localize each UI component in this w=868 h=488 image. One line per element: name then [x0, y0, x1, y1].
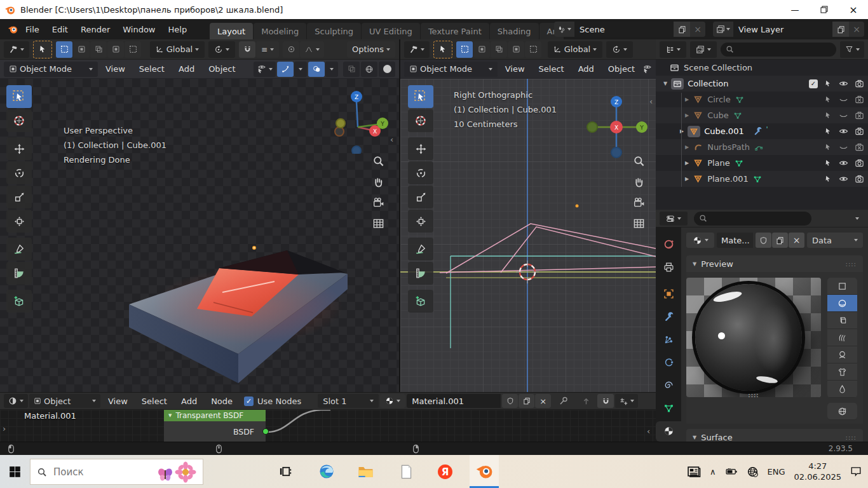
pan-hand-icon[interactable]: [372, 176, 384, 188]
transparent-bsdf-node[interactable]: ▼ Transparent BSDF BSDF: [164, 410, 266, 442]
selectable-icon[interactable]: [824, 159, 832, 167]
fake-user-button[interactable]: [756, 233, 771, 248]
snap-toggle-shader[interactable]: [597, 394, 614, 408]
node-menu-view[interactable]: View: [102, 396, 134, 406]
tool-cursor-right[interactable]: [408, 109, 433, 132]
preview-flat-button[interactable]: [827, 278, 857, 295]
select-mode-subtract-right[interactable]: [491, 41, 507, 58]
outliner-row-collection[interactable]: ▼ Collection ✓: [656, 76, 868, 92]
camera-disabled-icon[interactable]: [855, 111, 864, 120]
selectable-icon[interactable]: [824, 95, 832, 104]
outliner-row-plane001[interactable]: ▶ Plane.001: [656, 171, 868, 187]
tool-add-cube[interactable]: [6, 290, 32, 313]
tool-annotate-right[interactable]: [408, 238, 433, 261]
eye-icon[interactable]: [839, 158, 848, 168]
outliner-row-cube[interactable]: ▶ Cube: [656, 107, 868, 123]
tab-modeling[interactable]: Modeling: [254, 23, 306, 39]
hidden-icons-chevron[interactable]: ∧: [710, 467, 716, 477]
eye-closed-icon[interactable]: [839, 111, 848, 120]
select-mode-subtract[interactable]: [90, 41, 107, 58]
view-layer-name[interactable]: View Layer: [733, 22, 832, 37]
menu-object-right[interactable]: Object: [602, 64, 641, 74]
scene-name[interactable]: Scene: [574, 22, 674, 37]
tool-cursor[interactable]: [6, 109, 32, 132]
mode-dropdown[interactable]: Object Mode: [4, 62, 98, 77]
eye-icon[interactable]: [839, 174, 848, 184]
tab-uv-editing[interactable]: UV Editing: [362, 23, 420, 39]
menu-add-right[interactable]: Add: [572, 64, 600, 74]
eye-closed-icon[interactable]: [839, 142, 848, 152]
expand-icon[interactable]: ▶: [685, 112, 689, 118]
show-object-types-dropdown[interactable]: [254, 62, 276, 77]
camera-disabled-icon[interactable]: [855, 95, 864, 104]
tab-sculpting[interactable]: Sculpting: [307, 23, 361, 39]
viewport-canvas-left[interactable]: User Perspective (1) Collection | Cube.0…: [0, 79, 399, 392]
copy-material-button-shader[interactable]: [519, 394, 534, 408]
material-browse-dropdown-shader[interactable]: [380, 394, 405, 408]
expand-icon[interactable]: ▶: [685, 176, 689, 182]
news-widgets-icon[interactable]: [687, 464, 701, 478]
menu-render[interactable]: Render: [74, 25, 116, 34]
tool-scale-right[interactable]: [408, 186, 433, 208]
select-mode-intersect-right[interactable]: [525, 41, 541, 58]
expand-icon[interactable]: ▶: [685, 160, 689, 166]
expand-icon[interactable]: ▶: [680, 128, 684, 134]
snap-settings-dropdown[interactable]: ≡: [256, 41, 279, 58]
task-view-button[interactable]: [271, 455, 300, 488]
expand-icon[interactable]: ▼: [663, 81, 667, 86]
view-layer-remove-button[interactable]: ×: [849, 22, 864, 37]
tab-physics-properties[interactable]: [656, 353, 681, 373]
menu-help[interactable]: Help: [162, 25, 194, 34]
sidebar-toggle-left[interactable]: ‹: [390, 135, 393, 144]
tab-shading[interactable]: Shading: [490, 23, 539, 39]
properties-options-dropdown[interactable]: [855, 217, 859, 220]
tab-data-properties[interactable]: [656, 398, 681, 419]
battery-icon[interactable]: [725, 466, 738, 477]
tool-select-box-right[interactable]: [408, 85, 433, 108]
fake-user-button-shader[interactable]: [502, 394, 518, 408]
unlink-material-button-shader[interactable]: ×: [535, 394, 551, 408]
active-tool-dropdown-right[interactable]: [404, 41, 430, 58]
scene-unlink-button[interactable]: ×: [690, 22, 705, 37]
outliner-display-mode-dropdown[interactable]: [660, 41, 686, 58]
language-indicator[interactable]: ENG: [768, 467, 785, 477]
tool-measure-right[interactable]: [408, 262, 433, 285]
tab-texture-paint[interactable]: Texture Paint: [421, 23, 489, 39]
node-header[interactable]: ▼ Transparent BSDF: [164, 410, 266, 421]
menu-add[interactable]: Add: [172, 64, 201, 74]
minimize-button[interactable]: —: [780, 0, 810, 19]
pan-hand-icon-right[interactable]: [633, 176, 645, 188]
snap-target-dropdown-shader[interactable]: [615, 394, 638, 408]
outliner-row-plane[interactable]: ▶ Plane: [656, 155, 868, 171]
use-nodes-checkbox[interactable]: ✓ Use Nodes: [244, 396, 301, 406]
menu-object[interactable]: Object: [202, 64, 241, 74]
view-layer-selector[interactable]: View Layer ×: [713, 22, 864, 37]
menu-file[interactable]: File: [19, 25, 46, 34]
zoom-icon[interactable]: [372, 155, 384, 167]
select-mode-invert-right[interactable]: [508, 41, 524, 58]
snap-toggle[interactable]: [239, 41, 255, 58]
shader-editor-type-dropdown[interactable]: [4, 394, 28, 408]
transform-orientation-dropdown[interactable]: Global: [150, 41, 205, 58]
outliner-row-circle[interactable]: ▶ Circle: [656, 92, 868, 107]
start-button[interactable]: [0, 455, 29, 488]
clock[interactable]: 4:27 02.06.2025: [794, 461, 841, 482]
active-tool-select-box[interactable]: [33, 41, 52, 58]
camera-icon[interactable]: [855, 158, 864, 168]
shader-node-canvas[interactable]: Material.001 › ‹ ▼ Transparent BSDF BSDF: [0, 410, 656, 442]
active-tool-select-box-right[interactable]: [433, 41, 452, 58]
active-tool-dropdown[interactable]: [4, 41, 29, 58]
preview-sphere-button[interactable]: [827, 295, 857, 312]
pin-icon[interactable]: [559, 396, 569, 406]
view-layer-new-copy-button[interactable]: [832, 22, 849, 37]
data-dropdown[interactable]: Data: [807, 233, 863, 248]
zoom-icon-right[interactable]: [633, 155, 645, 167]
tool-rotate-right[interactable]: [408, 161, 433, 184]
tab-particle-properties[interactable]: [656, 329, 681, 349]
menu-view-right[interactable]: View: [499, 64, 531, 74]
properties-editor-type-dropdown[interactable]: [660, 212, 688, 226]
preview-section-header[interactable]: ▼ Preview ::::: [686, 255, 863, 272]
tool-scale[interactable]: [6, 186, 32, 208]
select-mode-extend[interactable]: [73, 41, 90, 58]
eye-icon[interactable]: [839, 79, 848, 88]
